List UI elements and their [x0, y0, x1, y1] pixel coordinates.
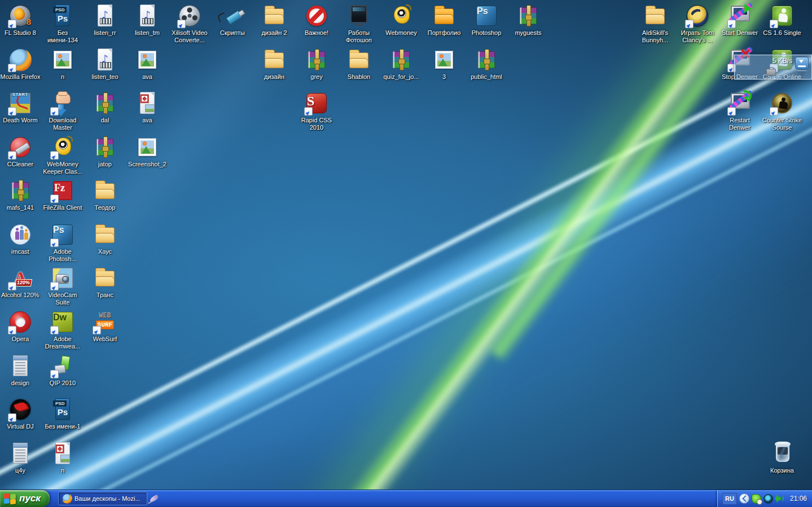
icon-label: VideoCam Suite — [48, 292, 77, 306]
desktop-icon-n-2[interactable]: n — [38, 441, 87, 474]
icon-label: Start Denwer — [722, 29, 758, 37]
desktop-icon-webmoney-keeper[interactable]: WebMoney Keeper Clas... — [38, 135, 87, 175]
fz-icon: Fz — [50, 178, 75, 203]
desktop-icon-vazhnoe[interactable]: Важное! — [292, 3, 341, 37]
dm-icon — [50, 91, 75, 116]
desktop-icon-listen-tm[interactable]: ♪listen_tm — [123, 3, 172, 37]
icon-label: Restart Denwer — [729, 117, 750, 131]
cssrc-icon — [770, 91, 795, 116]
image-icon — [135, 47, 160, 72]
desktop-icon-quiz-for-jo[interactable]: quiz_for_jo... — [377, 47, 425, 81]
deathworm-icon: START — [8, 91, 33, 116]
desktop-icon-raboty-fotoshop[interactable]: Работы Фотошоп — [335, 3, 383, 44]
psapp-icon: Ps — [474, 3, 499, 28]
recycle-icon — [770, 441, 795, 466]
textdoc-icon — [8, 354, 33, 378]
desktop-icon-videocam-suite[interactable]: VideoCam Suite — [38, 266, 87, 306]
folderorange-icon — [432, 3, 457, 28]
taskbar-task-firefox[interactable]: Ваши дескопы - Mozi... — [58, 492, 147, 505]
desktop-icon-adobe-photoshop[interactable]: PsAdobe Photosh... — [38, 222, 87, 263]
icon-label: Корзина — [770, 467, 794, 474]
rar-icon — [93, 135, 117, 160]
desktop-icon-start-denwer[interactable]: Start Denwer — [716, 3, 764, 37]
desktop-icon-bez-imeni-134[interactable]: PsPSDБез имени-134 — [38, 3, 87, 44]
icon-label: imcast — [11, 248, 29, 255]
desktop-icon-haus[interactable]: Хаус — [81, 222, 129, 255]
icon-label: n — [61, 73, 64, 81]
icon-label: Mozilla Firefox — [1, 73, 41, 81]
language-indicator[interactable]: RU — [722, 493, 737, 505]
hide-tray-icons-chevron[interactable] — [739, 493, 749, 504]
icon-label: Photoshop — [472, 29, 502, 37]
icon-label: Rapid CSS 2010 — [301, 117, 332, 131]
quill-icon[interactable] — [148, 494, 160, 504]
start-button[interactable]: пуск — [0, 490, 50, 507]
desktop-icon-rapid-css-2010[interactable]: SRapid CSS 2010 — [292, 91, 341, 131]
psd-icon: PsPSD — [50, 3, 75, 28]
shortcut-arrow-icon — [50, 239, 59, 247]
desktop-icon-listen-rr[interactable]: ♪listen_rr — [81, 3, 129, 37]
start-button-label: пуск — [19, 493, 41, 504]
shortcut-arrow-icon — [770, 107, 778, 116]
desktop-icon-download-master[interactable]: Download Master — [38, 91, 87, 131]
desktop-icon-trans[interactable]: Транс — [81, 266, 129, 299]
desktop-icon-teodor[interactable]: Теодор — [81, 178, 129, 211]
tray-clock[interactable]: 21:06 — [790, 495, 807, 502]
icon-label: Opera — [12, 336, 29, 343]
icon-label: ц4у — [15, 467, 25, 474]
desktop-icon-igrat-tom-clancys[interactable]: Играть Tom Clancy's ... — [673, 3, 722, 44]
dropdown-arrow-icon[interactable] — [797, 71, 807, 77]
desktop-icon-three[interactable]: 3 — [420, 47, 468, 81]
desktop-icon-grey[interactable]: grey — [292, 47, 341, 81]
desktop-icon-dizain[interactable]: дизайн — [250, 47, 299, 81]
icon-label: Без имени-1 — [45, 423, 80, 430]
desktop-icon-screenshot-2[interactable]: Screenshot_2 — [123, 135, 172, 168]
webmoney-tray-icon[interactable] — [763, 494, 773, 504]
desktop-icon-counter-strike-sourse[interactable]: Counter Strike Sourse — [758, 91, 806, 131]
download-master-bar[interactable]: 5 KB/s — [734, 55, 812, 80]
desktop-icon-dizain-2[interactable]: дизайн 2 — [250, 3, 299, 37]
desktop-icon-korzina[interactable]: Корзина — [758, 441, 806, 474]
shortcut-arrow-icon — [8, 282, 16, 290]
icon-label: FL Studio 8 — [5, 29, 36, 37]
icon-label: Важное! — [305, 29, 328, 37]
desktop-icon-jatop[interactable]: jatop — [81, 135, 129, 168]
desktop-icon-cs-16-single[interactable]: CS 1.6 Single — [758, 3, 806, 37]
desktop-icon-public-html[interactable]: public_html — [462, 47, 511, 81]
icon-label: myguests — [515, 29, 541, 37]
desktop-icon-webmoney[interactable]: Webmoney — [377, 3, 425, 37]
desktop-icon-dal[interactable]: dal — [81, 91, 129, 124]
noentry-icon — [304, 3, 329, 28]
desktop-icon-listen-teo[interactable]: ♪listen_teo — [81, 47, 129, 81]
desktop-icon-portfolio[interactable]: Портфолио — [420, 3, 468, 37]
desktop-icon-n-image[interactable]: n — [38, 47, 87, 81]
scheduler-tray-icon[interactable] — [752, 494, 761, 504]
volume-icon[interactable] — [775, 494, 786, 503]
image-icon — [432, 47, 457, 72]
icon-label: Без имени-134 — [47, 29, 78, 44]
image-icon — [135, 135, 160, 160]
desktop-icon-filezilla-client[interactable]: FzFileZilla Client — [38, 178, 87, 211]
rar-icon — [474, 47, 499, 72]
desktop-icon-websurf[interactable]: WEBSURFWebSurf — [81, 310, 129, 343]
desktop-icon-restart-denwer[interactable]: Restart Denwer — [716, 91, 764, 131]
desktop-icon-adobe-dreamweaver[interactable]: DwAdobe Dreamwea... — [38, 310, 87, 350]
folder-icon — [262, 3, 287, 28]
shortcut-arrow-icon — [8, 413, 16, 422]
desktop-icon-qip-2010[interactable]: QIP 2010 — [38, 354, 87, 387]
desktop-icon-aldiskills-bunnyh[interactable]: AldiSkill's Bunnyh... — [631, 3, 679, 44]
desktop-icon-ava[interactable]: ava — [123, 47, 172, 81]
desktop-icon-bez-imeni-1[interactable]: PsPSDБез имени-1 — [38, 397, 87, 430]
rar-icon — [389, 47, 414, 72]
folder-icon — [93, 178, 117, 203]
desktop-icon-xilisoft-video-converter[interactable]: Xilisoft Video Converte... — [165, 3, 214, 44]
icon-label: Virtual DJ — [7, 423, 33, 430]
download-drop-button[interactable] — [795, 57, 809, 69]
desktop-icon-ava-2[interactable]: ava — [123, 91, 172, 124]
vdj-icon — [8, 397, 33, 422]
shortcut-arrow-icon — [727, 107, 736, 116]
desktop-icon-shablon[interactable]: Shablon — [335, 47, 383, 81]
dw-icon: Dw — [50, 310, 75, 334]
icon-label: Транс — [96, 292, 113, 299]
desktop-icon-myguests[interactable]: myguests — [504, 3, 552, 37]
